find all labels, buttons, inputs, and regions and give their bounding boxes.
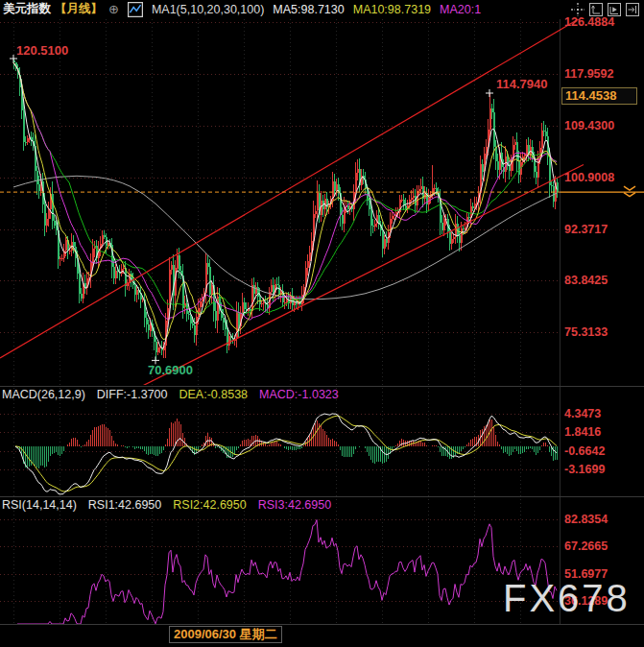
crosshair-icon[interactable] [570, 2, 585, 17]
pane-divider-macd-rsi [0, 496, 644, 497]
ma20-value: MA20:1 [440, 3, 481, 16]
chart-toolbar [570, 2, 640, 17]
crosshair-date-label: 2009/06/30 星期二 [169, 626, 282, 643]
rsi-panel-header: RSI(14,14,14) RSI1:42.6950 RSI2:42.6950 … [2, 498, 331, 512]
chart-canvas[interactable] [0, 0, 644, 647]
rsi-title: RSI(14,14,14) [2, 498, 77, 512]
plot-right-border [560, 19, 561, 624]
annotation-major-low: 70.6900 [148, 363, 193, 377]
chart-window: 2002200420062008201020122014201620182020… [0, 0, 644, 647]
ma-settings-label: MA1(5,10,20,30,100) [152, 3, 264, 16]
period-label: 【月线】 [55, 1, 103, 17]
chart-type-icon[interactable] [128, 2, 143, 17]
scale-reset-icon[interactable] [588, 2, 604, 17]
macd-diff-value: DIFF:-1.3700 [97, 388, 168, 401]
symbol-name: 美元指数 [3, 1, 51, 17]
macd-dea-value: DEA:-0.8538 [179, 388, 248, 401]
boxed-price-label: 114.4538 [561, 87, 637, 105]
macd-title: MACD(26,12,9) [2, 388, 85, 401]
fx678-watermark: FX678 [503, 577, 631, 620]
rsi1-value: RSI1:42.6950 [88, 498, 161, 512]
time-axis-strip [0, 624, 644, 647]
rsi2-value: RSI2:42.6950 [173, 498, 246, 512]
pane-divider-price-macd [0, 386, 644, 387]
chart-header: 美元指数 【月线】 ⊕ MA1(5,10,20,30,100) MA5:98.7… [0, 0, 644, 18]
macd-macd-value: MACD:-1.0323 [259, 388, 339, 401]
ma5-value: MA5:98.7130 [273, 3, 344, 16]
ma10-value: MA10:98.7319 [353, 3, 431, 16]
add-indicator-icon[interactable]: ⊕ [108, 2, 119, 16]
jump-to-latest-icon[interactable] [625, 2, 640, 17]
annotation-first-high: 120.5100 [16, 43, 68, 58]
annotation-2022-high: 114.7940 [496, 77, 548, 91]
auto-play-icon[interactable] [607, 2, 622, 17]
rsi3-value: RSI3:42.6950 [258, 498, 331, 512]
macd-panel-header: MACD(26,12,9) DIFF:-1.3700 DEA:-0.8538 M… [2, 388, 339, 401]
